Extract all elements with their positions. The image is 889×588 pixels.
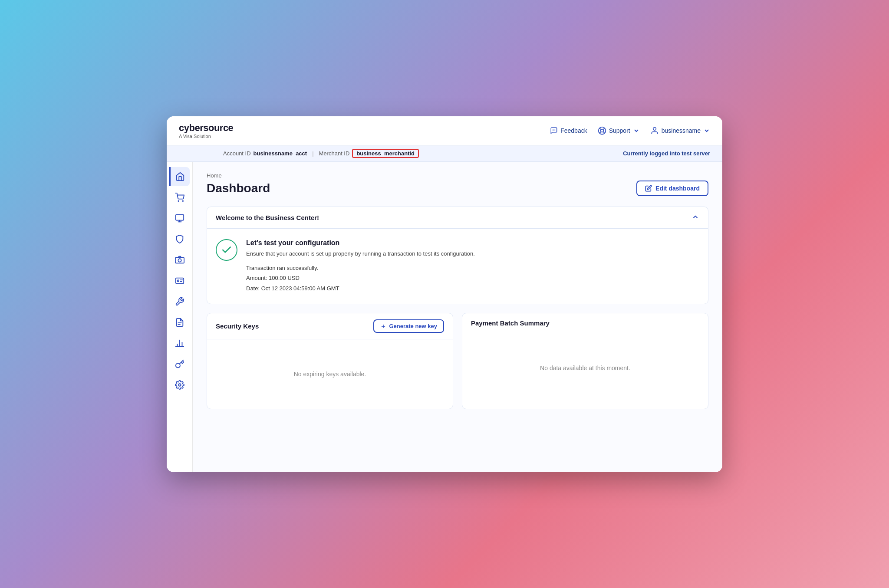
sidebar-item-key[interactable] [170,355,189,374]
support-icon [598,126,606,135]
main-layout: Home Dashboard Edit dashboard Welcome to… [167,162,722,472]
payment-batch-title: Payment Batch Summary [471,319,550,327]
merchant-id-value: business_merchantid [352,149,419,158]
svg-point-2 [555,130,555,130]
svg-point-16 [178,259,181,262]
sidebar [167,162,193,472]
sidebar-item-display[interactable] [170,209,189,228]
logo-text: cybersource [179,122,233,134]
logo-tagline: A Visa Solution [179,134,233,139]
merchant-id-label: Merchant ID [319,150,350,157]
sidebar-item-shield[interactable] [170,230,189,249]
transaction-line3: Date: Oct 12 2023 04:59:00 AM GMT [246,283,475,293]
welcome-card-header: Welcome to the Business Center! [207,207,708,229]
sidebar-item-settings[interactable] [170,375,189,394]
svg-point-11 [182,200,183,201]
svg-point-10 [178,200,179,201]
app-window: cybersource A Visa Solution Feedback [167,116,722,472]
payment-batch-card: Payment Batch Summary No data available … [462,313,708,409]
transaction-line1: Transaction ran successfully. [246,263,475,273]
security-keys-header: Security Keys Generate new key [207,313,453,339]
chevron-up-icon [691,213,699,221]
svg-line-6 [603,131,605,133]
payment-batch-header: Payment Batch Summary [462,313,708,333]
edit-dashboard-button[interactable]: Edit dashboard [636,181,708,196]
payment-batch-empty: No data available at this moment. [540,365,630,371]
user-chevron-icon [703,127,710,134]
user-icon [650,126,659,135]
security-keys-card: Security Keys Generate new key No expiri… [207,313,453,409]
feedback-button[interactable]: Feedback [550,127,587,135]
config-title: Let's test your configuration [246,239,475,247]
bottom-cards: Security Keys Generate new key No expiri… [207,313,708,409]
svg-point-9 [653,127,656,130]
breadcrumb-separator: | [312,150,313,157]
svg-rect-12 [175,214,183,220]
welcome-collapse-button[interactable] [691,213,699,222]
breadcrumb-bar: Account ID businessname_acct | Merchant … [167,145,722,162]
support-chevron-icon [633,127,640,134]
plus-icon [380,323,386,329]
svg-point-27 [178,384,181,386]
top-header: cybersource A Visa Solution Feedback [167,116,722,145]
welcome-card-title: Welcome to the Business Center! [216,214,319,221]
svg-point-4 [600,129,603,132]
page-title-row: Dashboard Edit dashboard [207,181,708,196]
breadcrumb-left: Account ID businessname_acct | Merchant … [223,149,419,158]
config-text: Let's test your configuration Ensure tha… [246,239,475,294]
sidebar-item-camera[interactable] [170,250,189,269]
config-desc: Ensure that your account is set up prope… [246,250,475,258]
feedback-icon [550,127,558,135]
main-content: Home Dashboard Edit dashboard Welcome to… [193,162,722,472]
logo-area: cybersource A Visa Solution [179,122,233,139]
payment-batch-body: No data available at this moment. [462,333,708,403]
sidebar-item-cart[interactable] [170,188,189,207]
account-id-label: Account ID [223,150,251,157]
svg-line-7 [603,128,605,130]
page-breadcrumb: Home [207,172,708,179]
svg-line-5 [599,128,601,130]
user-menu-button[interactable]: businessname [650,126,710,135]
server-status: Currently logged into test server [623,150,710,157]
svg-point-0 [553,130,553,130]
svg-line-8 [599,131,601,133]
sidebar-item-document[interactable] [170,313,189,332]
svg-point-1 [554,130,554,130]
check-circle [216,239,237,261]
account-id-value: businessname_acct [254,150,307,157]
welcome-card-body: Let's test your configuration Ensure tha… [207,229,708,304]
security-keys-body: No expiring keys available. [207,339,453,409]
svg-point-18 [177,280,179,282]
sidebar-item-home[interactable] [169,167,190,186]
support-button[interactable]: Support [598,126,640,135]
edit-icon [645,185,652,192]
page-title: Dashboard [207,181,270,195]
sidebar-item-id-card[interactable] [170,271,189,290]
transaction-line2: Amount: 100.00 USD [246,273,475,283]
transaction-info: Transaction ran successfully. Amount: 10… [246,263,475,293]
generate-new-key-button[interactable]: Generate new key [373,319,444,333]
sidebar-item-wrench[interactable] [170,292,189,311]
welcome-card: Welcome to the Business Center! L [207,207,708,305]
security-keys-title: Security Keys [216,322,259,330]
sidebar-item-chart[interactable] [170,334,189,353]
header-right: Feedback Support [550,126,710,135]
security-keys-empty: No expiring keys available. [294,371,366,378]
